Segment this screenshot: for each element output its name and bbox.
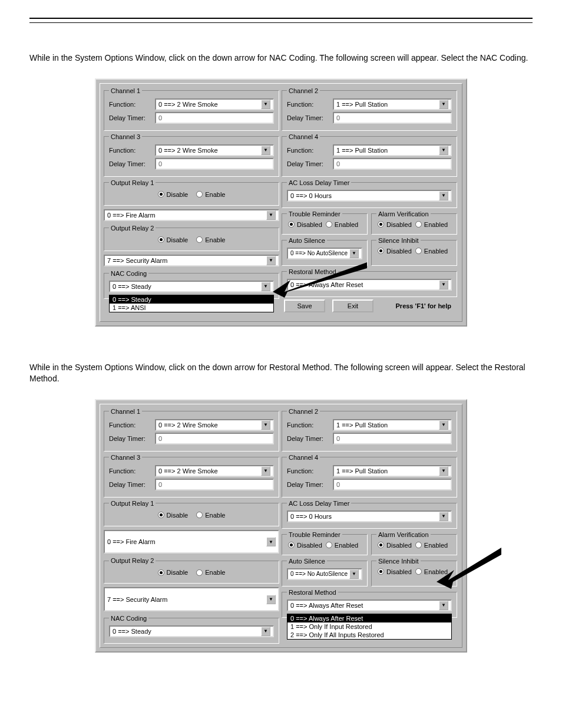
output-relay-2-type-select[interactable]: 7 ==> Security Alarm ▼ <box>104 255 279 266</box>
channel-4-function-select[interactable]: 1 ==> Pull Station ▼ <box>333 144 452 156</box>
alarm-verification-group: Alarm Verification Disabled Enabled <box>371 210 457 235</box>
output-relay-1-enable-radio[interactable]: Enable <box>196 512 225 519</box>
silenceinhib-disabled-radio[interactable]: Disabled <box>378 248 412 255</box>
output-relay-2-enable-radio[interactable]: Enable <box>196 236 225 243</box>
output-relay-1-enable-radio[interactable]: Enable <box>196 191 225 198</box>
exit-button[interactable]: Exit <box>332 299 373 312</box>
silenceinhib-enabled-radio[interactable]: Enabled <box>415 248 448 255</box>
restoral-method-dropdown-list[interactable]: 0 ==> Always After Reset 1 ==> Only If I… <box>287 614 452 640</box>
channel-3-delay-input[interactable]: 0 <box>155 479 274 490</box>
save-button[interactable]: Save <box>284 299 325 312</box>
chevron-down-icon: ▼ <box>349 249 359 258</box>
chevron-down-icon: ▼ <box>439 601 448 610</box>
alarmver-enabled-radio[interactable]: Enabled <box>415 542 448 549</box>
channel-2-delay-input[interactable]: 0 <box>333 112 452 124</box>
chevron-down-icon: ▼ <box>439 512 448 521</box>
chevron-down-icon: ▼ <box>439 420 448 430</box>
ac-loss-delay-select[interactable]: 0 ==> 0 Hours ▼ <box>287 190 452 202</box>
auto-silence-select[interactable]: 0 ==> No AutoSilence ▼ <box>287 568 362 580</box>
channel-4-function-select[interactable]: 1 ==> Pull Station ▼ <box>333 465 452 477</box>
channel-2-group: Channel 2 Function: 1 ==> Pull Station ▼… <box>282 87 457 131</box>
output-relay-2-enable-radio[interactable]: Enable <box>196 569 225 576</box>
restoral-method-select[interactable]: 0 ==> Always After Reset ▼ <box>287 279 452 291</box>
chevron-down-icon: ▼ <box>349 569 359 579</box>
chevron-down-icon: ▼ <box>266 595 276 604</box>
restoral-method-group: Restoral Method 0 ==> Always After Reset… <box>282 589 457 618</box>
channel-1-delay-input[interactable]: 0 <box>155 112 274 124</box>
chevron-down-icon: ▼ <box>439 146 448 155</box>
output-relay-1-type-select[interactable]: 0 ==> Fire Alarm ▼ <box>104 530 279 554</box>
chevron-down-icon: ▼ <box>439 191 448 200</box>
chevron-down-icon: ▼ <box>261 627 270 636</box>
silence-inhibit-group: Silence Inhibit Disabled Enabled <box>371 237 457 266</box>
alarmver-disabled-radio[interactable]: Disabled <box>378 542 412 549</box>
nac-coding-select[interactable]: 0 ==> Steady ▼ <box>109 281 274 292</box>
chevron-down-icon: ▼ <box>261 146 270 155</box>
output-relay-2-group: Output Relay 2 Disable Enable <box>104 225 279 251</box>
channel-3-function-select[interactable]: 0 ==> 2 Wire Smoke ▼ <box>155 465 274 477</box>
restoral-method-select[interactable]: 0 ==> Always After Reset ▼ <box>287 599 452 611</box>
nac-coding-group: NAC Coding 0 ==> Steady ▼ 0 ==> Steady 1… <box>104 270 279 299</box>
restoral-option-2[interactable]: 2 ==> Only If All Inputs Restored <box>287 631 451 639</box>
silence-inhibit-group: Silence Inhibit Disabled Enabled <box>371 558 457 587</box>
alarmver-enabled-radio[interactable]: Enabled <box>415 221 448 228</box>
channel-3-delay-input[interactable]: 0 <box>155 158 274 170</box>
channel-2-function-select[interactable]: 1 ==> Pull Station ▼ <box>333 419 452 431</box>
channel-1-group: Channel 1 Function: 0 ==> 2 Wire Smoke ▼… <box>104 87 279 131</box>
chevron-down-icon: ▼ <box>261 282 270 291</box>
restoral-method-group: Restoral Method 0 ==> Always After Reset… <box>282 268 457 297</box>
ac-loss-delay-group: AC Loss Delay Timer 0 ==> 0 Hours ▼ <box>282 179 457 208</box>
output-relay-1-disable-radio[interactable]: Disable <box>158 191 189 198</box>
section2-text: While in the System Options Window, clic… <box>29 362 533 385</box>
channel-3-group: Channel 3 Function: 0 ==> 2 Wire Smoke ▼… <box>104 133 279 177</box>
output-relay-1-type-select[interactable]: 0 ==> Fire Alarm ▼ <box>104 209 279 221</box>
nac-coding-dropdown-list[interactable]: 0 ==> Steady 1 ==> ANSI <box>109 295 274 312</box>
chevron-down-icon: ▼ <box>266 210 276 220</box>
restoral-option-0[interactable]: 0 ==> Always After Reset <box>287 614 451 622</box>
alarmver-disabled-radio[interactable]: Disabled <box>378 221 412 228</box>
channel-4-delay-input[interactable]: 0 <box>333 158 452 170</box>
nac-coding-select[interactable]: 0 ==> Steady ▼ <box>109 625 274 637</box>
silenceinhib-enabled-radio[interactable]: Enabled <box>415 568 448 575</box>
system-options-panel-2: Channel 1 Function: 0 ==> 2 Wire Smoke ▼… <box>95 399 467 653</box>
trouble-reminder-group: Trouble Reminder Disabled Enabled <box>282 531 368 555</box>
channel-1-delay-input[interactable]: 0 <box>155 433 274 444</box>
trouble-enabled-radio[interactable]: Enabled <box>326 542 358 549</box>
nac-option-1[interactable]: 1 ==> ANSI <box>110 304 273 312</box>
auto-silence-group: Auto Silence 0 ==> No AutoSilence ▼ <box>282 237 368 266</box>
channel-1-function-select[interactable]: 0 ==> 2 Wire Smoke ▼ <box>155 419 274 431</box>
auto-silence-select[interactable]: 0 ==> No AutoSilence ▼ <box>287 248 362 259</box>
ac-loss-delay-select[interactable]: 0 ==> 0 Hours ▼ <box>287 510 452 522</box>
silenceinhib-disabled-radio[interactable]: Disabled <box>378 568 412 575</box>
output-relay-1-group: Output Relay 1 Disable Enable <box>104 500 279 526</box>
channel-1-function-select[interactable]: 0 ==> 2 Wire Smoke ▼ <box>155 98 274 110</box>
channel-2-group: Channel 2 Function: 1 ==> Pull Station ▼… <box>282 408 457 452</box>
chevron-down-icon: ▼ <box>261 466 270 476</box>
trouble-disabled-radio[interactable]: Disabled <box>288 542 322 549</box>
chevron-down-icon: ▼ <box>261 420 270 430</box>
channel-4-delay-input[interactable]: 0 <box>333 479 452 490</box>
channel-2-function-select[interactable]: 1 ==> Pull Station ▼ <box>333 98 452 110</box>
output-relay-2-disable-radio[interactable]: Disable <box>158 569 189 576</box>
chevron-down-icon: ▼ <box>266 537 276 546</box>
channel-2-delay-input[interactable]: 0 <box>333 433 452 444</box>
output-relay-2-group: Output Relay 2 Disable Enable <box>104 557 279 584</box>
auto-silence-group: Auto Silence 0 ==> No AutoSilence ▼ <box>282 558 368 587</box>
output-relay-2-disable-radio[interactable]: Disable <box>158 236 189 243</box>
ac-loss-delay-group: AC Loss Delay Timer 0 ==> 0 Hours ▼ <box>282 500 457 529</box>
help-text: Press 'F1' for help <box>396 302 455 309</box>
nac-option-0[interactable]: 0 ==> Steady <box>110 295 273 304</box>
channel-3-function-select[interactable]: 0 ==> 2 Wire Smoke ▼ <box>155 144 274 156</box>
trouble-enabled-radio[interactable]: Enabled <box>326 221 358 228</box>
channel-3-group: Channel 3 Function: 0 ==> 2 Wire Smoke ▼… <box>104 454 279 498</box>
alarm-verification-group: Alarm Verification Disabled Enabled <box>371 531 457 555</box>
chevron-down-icon: ▼ <box>266 256 276 265</box>
section1-text: While in the System Options Window, clic… <box>29 52 533 64</box>
trouble-disabled-radio[interactable]: Disabled <box>288 221 322 228</box>
output-relay-1-disable-radio[interactable]: Disable <box>158 512 189 519</box>
output-relay-2-type-select[interactable]: 7 ==> Security Alarm ▼ <box>104 587 279 611</box>
trouble-reminder-group: Trouble Reminder Disabled Enabled <box>282 210 368 235</box>
channel-1-group: Channel 1 Function: 0 ==> 2 Wire Smoke ▼… <box>104 408 279 452</box>
restoral-option-1[interactable]: 1 ==> Only If Input Restored <box>287 622 451 631</box>
nac-coding-group: NAC Coding 0 ==> Steady ▼ <box>104 615 279 644</box>
